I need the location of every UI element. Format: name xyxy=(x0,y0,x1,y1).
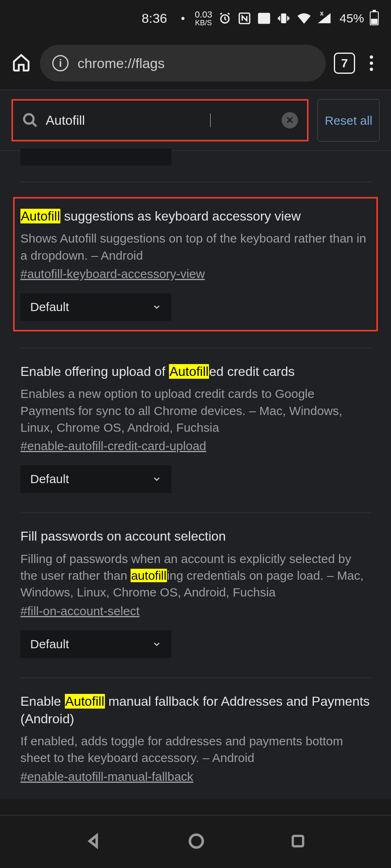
svg-point-7 xyxy=(190,835,203,848)
flag-description: Filling of passwords when an account is … xyxy=(20,550,371,601)
flag-description: If enabled, adds toggle for addresses an… xyxy=(20,733,371,766)
home-icon[interactable] xyxy=(11,53,32,74)
alarm-icon xyxy=(218,11,232,25)
flag-description: Shows Autofill suggestions on top of the… xyxy=(20,230,371,264)
search-match-highlight: autofill xyxy=(131,569,167,582)
flags-page: ✕ Reset all Autofill suggestions as keyb… xyxy=(0,90,391,799)
flag-separator xyxy=(20,348,371,348)
previous-flag-dropdown-partial[interactable] xyxy=(20,148,171,166)
svg-text:LTE: LTE xyxy=(260,19,268,23)
svg-rect-8 xyxy=(293,836,303,846)
flag-separator xyxy=(20,678,371,678)
flag-anchor-link[interactable]: #enable-autofill-manual-fallback xyxy=(20,770,193,784)
status-data-speed: 0.03 KB/S xyxy=(195,10,212,27)
back-button[interactable] xyxy=(85,833,102,851)
android-navigation-bar xyxy=(0,815,391,868)
flag-description: Enables a new option to upload credit ca… xyxy=(20,385,371,436)
search-flags-input-container: ✕ xyxy=(11,99,309,141)
tab-switcher-button[interactable]: 7 xyxy=(334,53,355,74)
home-button[interactable] xyxy=(188,833,205,851)
status-battery-percent: 45% xyxy=(340,11,364,25)
android-status-bar: 8:36 • 0.03 KB/S VoLTE x 45% xyxy=(0,0,391,37)
svg-rect-5 xyxy=(281,14,286,23)
chevron-down-icon xyxy=(152,474,162,484)
flag-anchor-link[interactable]: #enable-autofill-credit-card-upload xyxy=(20,439,206,453)
status-time: 8:36 xyxy=(142,11,167,26)
svg-point-6 xyxy=(24,114,33,124)
flag-fill-on-account-select: Fill passwords on account selection Fill… xyxy=(20,528,371,661)
clear-search-button[interactable]: ✕ xyxy=(282,112,298,128)
flag-title: Fill passwords on account selection xyxy=(20,528,371,545)
flag-title: Enable offering upload of Autofilled cre… xyxy=(20,363,371,380)
flag-separator xyxy=(20,182,371,182)
flag-state-dropdown[interactable]: Default xyxy=(20,465,171,493)
battery-icon xyxy=(370,11,379,25)
nfc-icon xyxy=(238,11,251,25)
flag-state-dropdown[interactable]: Default xyxy=(20,630,171,658)
vibrate-icon xyxy=(277,11,291,25)
chevron-down-icon xyxy=(152,302,162,312)
svg-text:Vo: Vo xyxy=(262,14,267,19)
site-info-icon[interactable]: i xyxy=(52,55,69,71)
search-match-highlight: Autofill xyxy=(169,364,209,379)
flag-enable-autofill-credit-card-upload: Enable offering upload of Autofilled cre… xyxy=(20,363,371,496)
flag-anchor-link[interactable]: #autofill-keyboard-accessory-view xyxy=(20,267,205,281)
browser-toolbar: i chrome://flags 7 xyxy=(0,37,391,90)
wifi-icon xyxy=(296,12,312,24)
search-icon xyxy=(22,112,38,128)
flag-anchor-link[interactable]: #fill-on-account-select xyxy=(20,604,140,618)
search-match-highlight: Autofill xyxy=(20,209,60,223)
flag-autofill-keyboard-accessory: Autofill suggestions as keyboard accesso… xyxy=(13,197,378,331)
flags-list: Autofill suggestions as keyboard accesso… xyxy=(0,148,391,799)
recents-button[interactable] xyxy=(290,833,306,850)
url-text: chrome://flags xyxy=(78,55,165,71)
text-cursor xyxy=(210,113,211,127)
flag-enable-autofill-manual-fallback: Enable Autofill manual fallback for Addr… xyxy=(20,693,371,799)
status-separator-dot: • xyxy=(181,12,185,25)
overflow-menu-icon[interactable] xyxy=(363,55,380,71)
flag-state-dropdown[interactable]: Default xyxy=(20,293,171,321)
cellular-signal-icon: x xyxy=(318,12,331,24)
url-bar[interactable]: i chrome://flags xyxy=(40,45,326,82)
volte-icon: VoLTE xyxy=(257,11,271,25)
search-row: ✕ Reset all xyxy=(0,90,391,151)
chevron-down-icon xyxy=(152,639,162,649)
search-match-highlight: Autofill xyxy=(65,694,105,709)
search-flags-input[interactable] xyxy=(46,113,209,128)
flag-title: Autofill suggestions as keyboard accesso… xyxy=(20,208,371,225)
flag-title: Enable Autofill manual fallback for Addr… xyxy=(20,693,371,728)
reset-all-button[interactable]: Reset all xyxy=(318,99,380,141)
flag-separator xyxy=(20,512,371,513)
